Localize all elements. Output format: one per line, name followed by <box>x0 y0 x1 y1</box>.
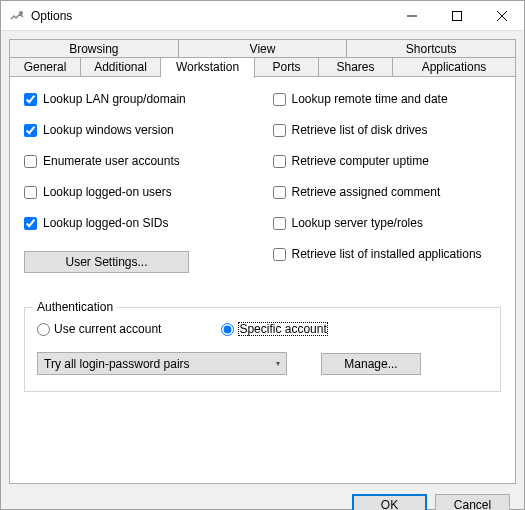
window-title: Options <box>31 9 389 23</box>
dialog-body: Browsing View Shortcuts General Addition… <box>1 31 524 510</box>
checkbox-logged-sids-input[interactable] <box>24 217 37 230</box>
checkbox-server-type[interactable]: Lookup server type/roles <box>273 216 502 230</box>
maximize-button[interactable] <box>434 1 479 30</box>
tab-content: Lookup LAN group/domain Lookup windows v… <box>9 76 516 484</box>
tab-additional[interactable]: Additional <box>81 57 161 77</box>
checkbox-lookup-winver[interactable]: Lookup windows version <box>24 123 253 137</box>
checkbox-logged-sids[interactable]: Lookup logged-on SIDs <box>24 216 253 230</box>
svg-point-0 <box>19 11 23 15</box>
checkbox-label: Lookup logged-on users <box>43 185 172 199</box>
checkbox-disk-drives-input[interactable] <box>273 124 286 137</box>
tab-view[interactable]: View <box>179 39 348 58</box>
checkbox-label: Lookup logged-on SIDs <box>43 216 168 230</box>
radio-label: Specific account <box>238 322 327 336</box>
checkbox-disk-drives[interactable]: Retrieve list of disk drives <box>273 123 502 137</box>
titlebar: Options <box>1 1 524 31</box>
chevron-down-icon: ▾ <box>276 359 280 368</box>
minimize-button[interactable] <box>389 1 434 30</box>
checkbox-label: Lookup LAN group/domain <box>43 92 186 106</box>
cancel-button[interactable]: Cancel <box>435 494 510 510</box>
tab-browsing[interactable]: Browsing <box>9 39 179 58</box>
checkbox-label: Enumerate user accounts <box>43 154 180 168</box>
tab-general[interactable]: General <box>9 57 81 77</box>
combo-value: Try all login-password pairs <box>44 357 190 371</box>
checkbox-label: Retrieve computer uptime <box>292 154 429 168</box>
authentication-group: Authentication Use current account Speci… <box>24 307 501 392</box>
close-button[interactable] <box>479 1 524 30</box>
checkbox-label: Retrieve list of installed applications <box>292 247 482 261</box>
checkbox-enum-users-input[interactable] <box>24 155 37 168</box>
svg-rect-2 <box>452 11 461 20</box>
radio-specific-account-input[interactable] <box>221 323 234 336</box>
checkbox-uptime-input[interactable] <box>273 155 286 168</box>
checkbox-label: Lookup server type/roles <box>292 216 423 230</box>
checkbox-enum-users[interactable]: Enumerate user accounts <box>24 154 253 168</box>
dialog-footer: OK Cancel <box>9 484 516 510</box>
checkbox-uptime[interactable]: Retrieve computer uptime <box>273 154 502 168</box>
checkbox-label: Lookup remote time and date <box>292 92 448 106</box>
radio-specific-account[interactable]: Specific account <box>221 322 327 336</box>
checkbox-lookup-lan-input[interactable] <box>24 93 37 106</box>
app-icon <box>9 8 25 24</box>
tab-workstation[interactable]: Workstation <box>161 57 255 78</box>
checkbox-lookup-lan[interactable]: Lookup LAN group/domain <box>24 92 253 106</box>
checkbox-installed-apps-input[interactable] <box>273 248 286 261</box>
checkbox-comment[interactable]: Retrieve assigned comment <box>273 185 502 199</box>
checkbox-label: Lookup windows version <box>43 123 174 137</box>
checkbox-remote-time-input[interactable] <box>273 93 286 106</box>
radio-current-account-input[interactable] <box>37 323 50 336</box>
radio-label: Use current account <box>54 322 161 336</box>
radio-current-account[interactable]: Use current account <box>37 322 161 336</box>
checkbox-logged-users-input[interactable] <box>24 186 37 199</box>
tab-ports[interactable]: Ports <box>255 57 319 77</box>
checkbox-installed-apps[interactable]: Retrieve list of installed applications <box>273 247 502 261</box>
options-window: Options Browsing View Shortcuts General … <box>0 0 525 510</box>
login-pairs-combo[interactable]: Try all login-password pairs ▾ <box>37 352 287 375</box>
tab-applications[interactable]: Applications <box>393 57 516 77</box>
checkbox-logged-users[interactable]: Lookup logged-on users <box>24 185 253 199</box>
ok-button[interactable]: OK <box>352 494 427 510</box>
checkbox-label: Retrieve list of disk drives <box>292 123 428 137</box>
checkbox-label: Retrieve assigned comment <box>292 185 441 199</box>
checkbox-server-type-input[interactable] <box>273 217 286 230</box>
checkbox-comment-input[interactable] <box>273 186 286 199</box>
tab-shares[interactable]: Shares <box>319 57 393 77</box>
manage-button[interactable]: Manage... <box>321 353 421 375</box>
user-settings-button[interactable]: User Settings... <box>24 251 189 273</box>
tab-shortcuts[interactable]: Shortcuts <box>347 39 516 58</box>
checkbox-lookup-winver-input[interactable] <box>24 124 37 137</box>
authentication-legend: Authentication <box>33 300 117 314</box>
checkbox-remote-time[interactable]: Lookup remote time and date <box>273 92 502 106</box>
